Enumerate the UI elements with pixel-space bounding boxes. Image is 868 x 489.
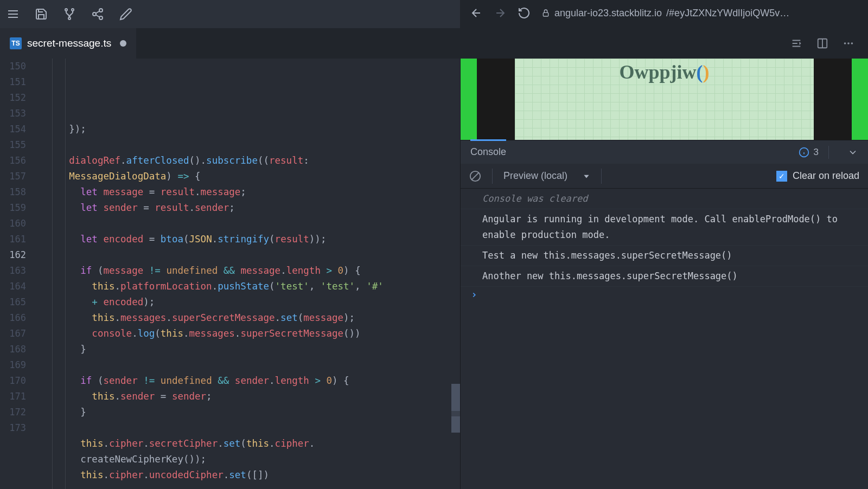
menu-icon[interactable] — [7, 8, 20, 21]
line-number: 155 — [0, 137, 35, 153]
code-line — [35, 137, 460, 153]
console-message: Test a new this.messages.superSecretMess… — [461, 246, 868, 266]
console-count: 3 — [814, 147, 819, 158]
preview-bg-left — [461, 59, 477, 140]
preview-bg-black-right — [814, 59, 852, 140]
preview-content: Owppjiw() — [515, 59, 814, 140]
dirty-indicator-icon — [120, 40, 126, 47]
format-icon[interactable] — [790, 37, 803, 50]
preview-bg-black-left — [477, 59, 515, 140]
code-line: let sender = result.sender; — [35, 200, 460, 216]
line-number: 170 — [0, 373, 35, 389]
svg-point-8 — [99, 16, 103, 20]
reload-icon[interactable] — [518, 7, 531, 20]
code-line: + encoded); — [35, 294, 460, 310]
line-number: 173 — [0, 420, 35, 436]
preview-iframe[interactable]: Owppjiw() — [461, 59, 868, 140]
line-number: 167 — [0, 326, 35, 342]
console-collapse-icon[interactable] — [847, 147, 858, 158]
line-number: 150 — [0, 59, 35, 74]
divider — [601, 169, 602, 184]
svg-point-3 — [65, 9, 67, 11]
console-tab[interactable]: Console — [470, 139, 506, 163]
editor-tab-actions — [790, 28, 868, 59]
edit-icon[interactable] — [119, 8, 132, 21]
code-line: this.platformLocation.pushState('test', … — [35, 279, 460, 294]
svg-rect-18 — [543, 12, 548, 16]
nav-back-icon[interactable] — [470, 7, 483, 20]
svg-point-13 — [844, 42, 846, 44]
nav-forward-icon[interactable] — [494, 7, 507, 20]
url-host: angular-io23.stackblitz.io — [554, 8, 662, 19]
code-line: let encoded = btoa(JSON.stringify(result… — [35, 231, 460, 247]
fork-icon[interactable] — [63, 8, 76, 21]
line-number: 159 — [0, 200, 35, 216]
line-number: 151 — [0, 74, 35, 90]
console-status: 3 — [799, 146, 858, 159]
svg-point-14 — [847, 42, 850, 44]
console-context-dropdown[interactable]: Preview (local) — [503, 170, 590, 182]
line-number: 166 — [0, 310, 35, 326]
svg-line-23 — [472, 172, 479, 179]
code-line: if (message != undefined && message.leng… — [35, 263, 460, 279]
split-editor-icon[interactable] — [816, 37, 829, 50]
editor-scrollbar[interactable] — [451, 384, 460, 433]
code-line: dialogRef.afterClosed().subscribe((resul… — [35, 153, 460, 169]
line-number: 158 — [0, 184, 35, 200]
code-line: console.log(this.messages.superSecretMes… — [35, 326, 460, 342]
file-tab[interactable]: TS secret-message.ts — [0, 28, 136, 59]
code-line — [35, 247, 460, 263]
info-icon — [799, 147, 809, 158]
preview-title: Owppjiw() — [619, 61, 709, 83]
preview-bg-right — [852, 59, 868, 140]
line-number: 153 — [0, 106, 35, 121]
code-area[interactable]: }); dialogRef.afterClosed().subscribe((r… — [35, 59, 460, 489]
code-line — [35, 420, 460, 436]
code-line: this.cipher.secretCipher.set(this.cipher… — [35, 436, 460, 452]
code-line: this.sender = sender; — [35, 389, 460, 404]
console-header: Console 3 — [461, 140, 868, 164]
url-hash: /#eyJtZXNzYWdlIjoiQW5v… — [666, 8, 789, 19]
code-line: let message = result.message; — [35, 184, 460, 200]
lock-icon — [541, 9, 550, 17]
line-number: 161 — [0, 231, 35, 247]
console-toolbar: Preview (local) ✓ Clear on reload — [461, 164, 868, 189]
toolbar-left — [7, 8, 132, 21]
line-number: 172 — [0, 404, 35, 420]
console-message: Another new this.messages.superSecretMes… — [461, 266, 868, 287]
line-number: 156 — [0, 153, 35, 169]
checkbox-checked-icon[interactable]: ✓ — [776, 171, 787, 182]
console-prompt[interactable] — [461, 287, 868, 303]
url-input[interactable]: angular-io23.stackblitz.io/#eyJtZXNzYWdl… — [541, 8, 858, 19]
line-number: 168 — [0, 342, 35, 357]
code-line — [35, 216, 460, 231]
line-number: 154 — [0, 121, 35, 137]
line-number: 162 — [0, 247, 35, 263]
divider — [492, 169, 493, 184]
clear-on-reload-toggle[interactable]: ✓ Clear on reload — [776, 170, 859, 182]
console-clear-icon[interactable] — [469, 170, 481, 182]
console-output[interactable]: Console was clearedAngular is running in… — [461, 189, 868, 489]
more-icon[interactable] — [842, 37, 855, 50]
line-number: 160 — [0, 216, 35, 231]
svg-line-9 — [96, 15, 100, 17]
line-number: 157 — [0, 169, 35, 184]
code-line: }); — [35, 121, 460, 137]
svg-point-15 — [851, 42, 853, 44]
share-icon[interactable] — [91, 8, 104, 21]
code-line: } — [35, 342, 460, 357]
code-line — [35, 357, 460, 373]
preview-url-bar: angular-io23.stackblitz.io/#eyJtZXNzYWdl… — [460, 0, 868, 28]
code-line: MessageDialogData) => { — [35, 169, 460, 184]
line-number: 152 — [0, 90, 35, 106]
save-icon[interactable] — [35, 8, 48, 21]
console-message: Angular is running in development mode. … — [461, 209, 868, 246]
svg-point-6 — [99, 9, 103, 12]
svg-marker-24 — [584, 175, 589, 178]
code-line: this.cipher.uncodedCipher.set([]) — [35, 467, 460, 483]
tab-bar: TS secret-message.ts — [0, 28, 868, 59]
editor-pane[interactable]: 1501511521531541551561571581591601611621… — [0, 59, 460, 489]
main-split: 1501511521531541551561571581591601611621… — [0, 59, 868, 489]
line-number: 163 — [0, 263, 35, 279]
svg-line-10 — [96, 11, 100, 14]
